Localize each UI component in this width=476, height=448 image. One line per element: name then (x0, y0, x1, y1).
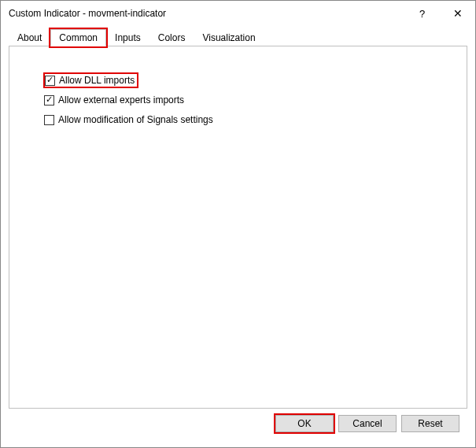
option-label: Allow external experts imports (58, 94, 184, 106)
tab-inputs[interactable]: Inputs (106, 29, 149, 46)
titlebar: Custom Indicator - movment-indicator ? ✕ (1, 1, 475, 26)
window-title: Custom Indicator - movment-indicator (9, 8, 404, 19)
tab-colors[interactable]: Colors (149, 29, 194, 46)
checkbox-icon (44, 95, 54, 106)
tab-common[interactable]: Common (50, 29, 106, 46)
reset-button[interactable]: Reset (401, 415, 459, 432)
checkbox-icon (44, 115, 54, 125)
help-button[interactable]: ? (404, 1, 440, 26)
tab-strip: About Common Inputs Colors Visualization (9, 29, 467, 46)
close-button[interactable]: ✕ (440, 1, 475, 26)
cancel-button[interactable]: Cancel (338, 415, 397, 432)
button-row: OK Cancel Reset (9, 409, 467, 432)
option-allow-dll[interactable]: Allow DLL imports (44, 73, 138, 87)
dialog-body: About Common Inputs Colors Visualization… (1, 26, 475, 439)
tab-about[interactable]: About (9, 29, 50, 46)
option-allow-external[interactable]: Allow external experts imports (44, 93, 467, 107)
option-label: Allow modification of Signals settings (58, 114, 213, 125)
ok-button[interactable]: OK (275, 415, 334, 432)
checkbox-icon (45, 76, 55, 86)
option-allow-signals[interactable]: Allow modification of Signals settings (44, 113, 467, 127)
tab-visualization[interactable]: Visualization (194, 29, 264, 46)
option-label: Allow DLL imports (59, 75, 135, 86)
tab-pane-common: Allow DLL imports Allow external experts… (9, 46, 467, 409)
